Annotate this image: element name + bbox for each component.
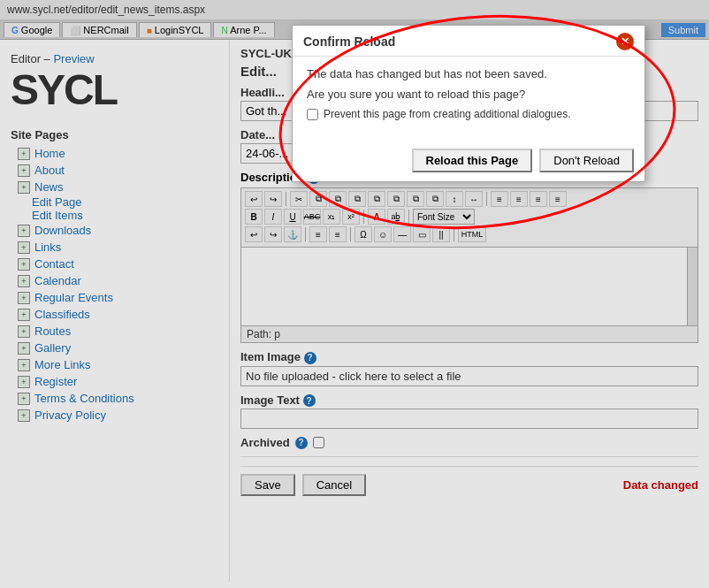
reload-this-page-button[interactable]: Reload this Page — [412, 149, 533, 172]
modal-buttons: Reload this Page Don't Reload — [293, 143, 644, 181]
modal-body: The data has changed but has not been sa… — [293, 57, 644, 143]
prevent-dialogues-label: Prevent this page from creating addition… — [324, 108, 571, 120]
modal-titlebar: Confirm Reload ✕ — [293, 26, 644, 57]
modal-close-button[interactable]: ✕ — [616, 33, 634, 50]
modal-checkbox-row: Prevent this page from creating addition… — [307, 108, 630, 120]
confirm-reload-dialog: Confirm Reload ✕ The data has changed bu… — [292, 25, 645, 182]
dont-reload-button[interactable]: Don't Reload — [539, 149, 634, 172]
modal-message-2: Are you sure you want to reload this pag… — [307, 88, 630, 101]
modal-message-1: The data has changed but has not been sa… — [307, 67, 630, 80]
modal-title: Confirm Reload — [303, 34, 395, 49]
prevent-dialogues-checkbox[interactable] — [307, 109, 318, 120]
